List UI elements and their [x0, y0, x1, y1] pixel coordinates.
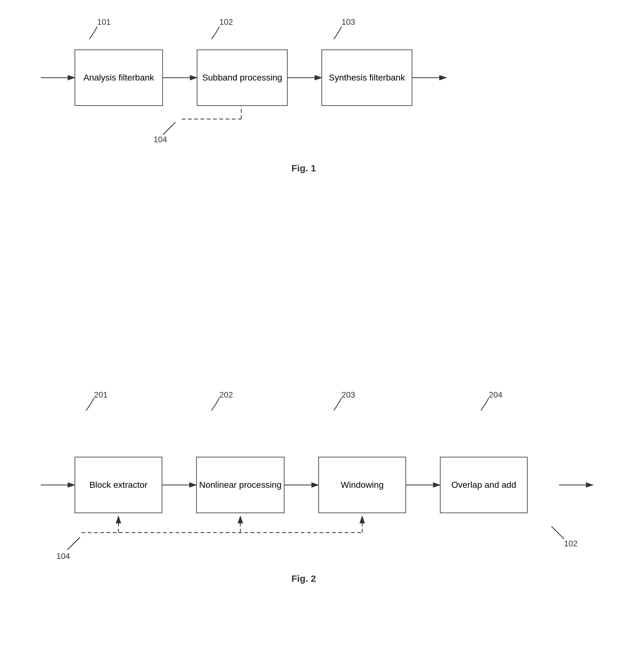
ref-203: 203: [342, 390, 355, 400]
ref-104-fig2: 104: [56, 551, 70, 561]
ref-101: 101: [97, 17, 111, 27]
box-nonlinear-processing: Nonlinear processing: [196, 457, 284, 513]
box-analysis-filterbank: Analysis filterbank: [75, 50, 163, 106]
ref-103: 103: [342, 17, 355, 27]
box-synthesis-filterbank: Synthesis filterbank: [321, 50, 412, 106]
ref-204: 204: [489, 390, 502, 400]
ref-102-fig2: 102: [564, 539, 577, 548]
box-block-extractor: Block extractor: [75, 457, 162, 513]
box-windowing: Windowing: [318, 457, 406, 513]
fig2-caption: Fig. 2: [291, 573, 316, 584]
box-overlap-add: Overlap and add: [440, 457, 528, 513]
ref-104-fig1: 104: [154, 135, 167, 144]
box-subband-processing: Subband processing: [197, 50, 287, 106]
fig1-caption: Fig. 1: [291, 163, 316, 173]
ref-202: 202: [219, 390, 233, 400]
ref-201: 201: [94, 390, 107, 400]
ref-102-fig1: 102: [219, 17, 233, 27]
diagram-container: Analysis filterbank Subband processing S…: [0, 0, 642, 672]
